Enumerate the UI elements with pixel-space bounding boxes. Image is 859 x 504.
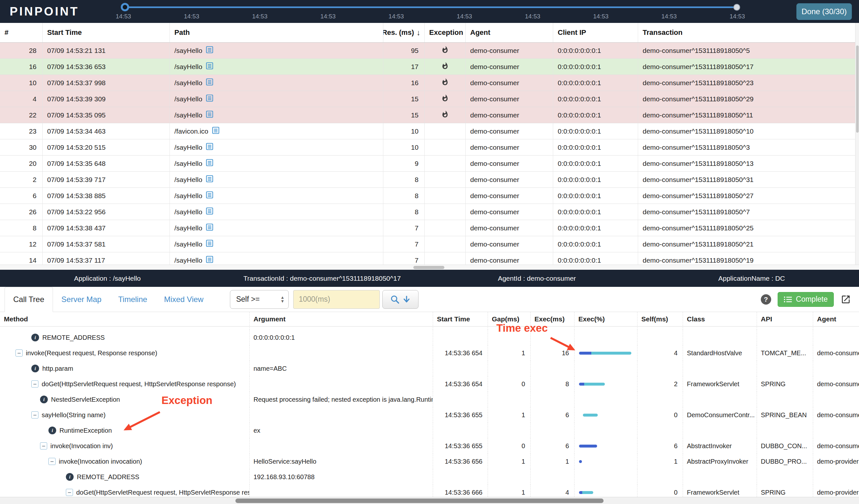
collapse-icon[interactable]: − (31, 411, 39, 419)
tab-mixed-view[interactable]: Mixed View (156, 287, 212, 312)
filter-metric-select[interactable]: Self >= ▲ ▼ (230, 290, 289, 309)
exec-cell (530, 423, 574, 438)
exec-pct-cell (574, 438, 637, 454)
timeline-tick-label: 14:53 (184, 13, 199, 20)
info-application: Application : /sayHello (0, 274, 215, 282)
class-cell: DemoConsumerContr... (683, 407, 757, 423)
document-icon[interactable] (206, 110, 214, 120)
filter-threshold-input[interactable] (293, 290, 380, 309)
calltree-row[interactable]: i − doGet(HttpServletRequest request, Ht… (0, 376, 859, 392)
start-cell: 14:53:36 654 (433, 376, 488, 392)
table-row[interactable]: 30 07/09 14:53:20 515 /sayHello 10 demo-… (0, 139, 859, 156)
timeline-left-handle-icon[interactable] (121, 3, 129, 11)
calltree-filter: Self >= ▲ ▼ (230, 290, 419, 309)
document-icon[interactable] (206, 255, 214, 265)
cell-ip: 0:0:0:0:0:0:0:1 (553, 156, 638, 171)
calltree-row[interactable]: i − invoke(Invocation invocation) HelloS… (0, 454, 859, 469)
table-row[interactable]: 4 07/09 14:53:39 309 /sayHello 15 demo-c… (0, 91, 859, 107)
document-icon[interactable] (206, 223, 214, 233)
document-icon[interactable] (206, 62, 214, 72)
table-row[interactable]: 14 07/09 14:53:37 117 /sayHello 7 demo-c… (0, 252, 859, 265)
table-row[interactable]: 8 07/09 14:53:38 437 /sayHello 7 demo-co… (0, 220, 859, 236)
cell-exception (425, 188, 466, 204)
collapse-icon[interactable]: − (48, 458, 56, 465)
col-header-index: # (0, 23, 43, 42)
collapse-icon[interactable]: − (66, 489, 73, 496)
cell-start: 07/09 14:53:39 309 (43, 91, 170, 107)
document-icon[interactable] (206, 94, 214, 104)
transaction-vscrollbar-thumb[interactable] (856, 46, 859, 132)
table-row[interactable]: 23 07/09 14:53:34 463 /favicon.ico 10 de… (0, 123, 859, 139)
exec-pct-cell (574, 423, 637, 438)
col-header-response-time[interactable]: Res. (ms) ↓ (383, 23, 425, 42)
exec-bar (579, 460, 582, 463)
document-icon[interactable] (206, 239, 214, 249)
calltree-row[interactable]: i − REMOTE_ADDRESS 192.168.93.10:60788 (0, 469, 859, 485)
calltree-row[interactable]: i − doGet(HttpServletRequest request, Ht… (0, 485, 859, 497)
timeline-right-handle-icon[interactable] (733, 4, 740, 11)
tab-call-tree[interactable]: Call Tree (4, 287, 53, 312)
calltree-row[interactable]: i − REMOTE_ADDRESS 0:0:0:0:0:0:0:1 (0, 330, 859, 345)
cell-num: 20 (0, 156, 43, 171)
calltree-row[interactable]: i − NestedServletException Request proce… (0, 392, 859, 407)
sort-desc-icon[interactable]: ↓ (417, 28, 420, 37)
collapse-icon[interactable]: − (15, 349, 22, 357)
table-row[interactable]: 26 07/09 14:53:22 956 /sayHello 8 demo-c… (0, 204, 859, 220)
cell-path: /favicon.ico (170, 123, 383, 139)
api-cell (757, 423, 813, 438)
tab-server-map[interactable]: Server Map (53, 287, 110, 312)
info-transaction-id: TransactionId : demo-consumer^1531118918… (215, 274, 430, 282)
document-icon[interactable] (206, 158, 214, 169)
method-text: invoke(Invocation inv) (50, 442, 113, 450)
agent-cell (813, 327, 859, 330)
path-text: /sayHello (175, 111, 202, 119)
done-button[interactable]: Done (30/30) (796, 3, 852, 20)
transaction-hscrollbar-thumb[interactable] (413, 266, 444, 269)
document-icon[interactable] (212, 126, 220, 136)
complete-button[interactable]: Complete (778, 292, 834, 307)
document-icon[interactable] (206, 207, 214, 217)
table-row[interactable]: 6 07/09 14:53:38 885 /sayHello 8 demo-co… (0, 188, 859, 204)
table-row[interactable]: 16 07/09 14:53:36 653 /sayHello 17 demo-… (0, 59, 859, 75)
document-icon[interactable] (206, 46, 214, 56)
cell-path: /sayHello (170, 43, 383, 58)
self-cell (637, 330, 683, 345)
exec-pct-cell (574, 392, 637, 407)
table-row[interactable]: 20 07/09 14:53:35 648 /sayHello 9 demo-c… (0, 156, 859, 172)
document-icon[interactable] (206, 191, 214, 201)
self-cell (637, 469, 683, 485)
document-icon[interactable] (206, 78, 214, 88)
timeline-slider[interactable]: 14:5314:5314:5314:5314:5314:5314:5314:53… (123, 0, 737, 23)
table-row[interactable]: 12 07/09 14:53:37 581 /sayHello 7 demo-c… (0, 236, 859, 252)
open-in-new-icon[interactable] (840, 294, 851, 305)
agent-cell: demo-consumer (813, 438, 859, 454)
cell-exception (425, 204, 466, 220)
self-cell: 0 (637, 485, 683, 497)
table-row[interactable]: 28 07/09 14:53:21 131 /sayHello 95 demo-… (0, 43, 859, 59)
cell-start: 07/09 14:53:36 653 (43, 59, 170, 75)
argument-cell (249, 485, 433, 497)
collapse-icon[interactable]: − (40, 442, 47, 450)
exec-bar (579, 491, 593, 494)
transaction-info-bar: Application : /sayHello TransactionId : … (0, 270, 859, 287)
self-cell (637, 423, 683, 438)
calltree-hscrollbar-thumb[interactable] (236, 499, 604, 503)
ct-col-api: API (757, 312, 813, 326)
table-row[interactable]: 2 07/09 14:53:39 717 /sayHello 8 demo-co… (0, 172, 859, 188)
calltree-row[interactable]: i − http.param name=ABC (0, 361, 859, 376)
tab-timeline[interactable]: Timeline (110, 287, 156, 312)
exec-cell: 4 (530, 485, 574, 497)
timeline-track[interactable] (123, 6, 737, 8)
calltree-row[interactable]: i − invoke(Request request, Response res… (0, 345, 859, 361)
help-icon[interactable]: ? (761, 294, 771, 304)
calltree-row[interactable]: i − http.status.code 500 (0, 327, 859, 330)
class-cell: AbstractInvoker (683, 438, 757, 454)
table-row[interactable]: 22 07/09 14:53:35 095 /sayHello 15 demo-… (0, 107, 859, 123)
document-icon[interactable] (206, 175, 214, 185)
filter-search-button[interactable] (382, 290, 419, 309)
document-icon[interactable] (206, 142, 214, 152)
agent-cell: demo-provider (813, 485, 859, 497)
calltree-row[interactable]: i − invoke(Invocation inv) 14:53:36 655 … (0, 438, 859, 454)
collapse-icon[interactable]: − (31, 380, 39, 388)
table-row[interactable]: 10 07/09 14:53:37 998 /sayHello 16 demo-… (0, 75, 859, 91)
